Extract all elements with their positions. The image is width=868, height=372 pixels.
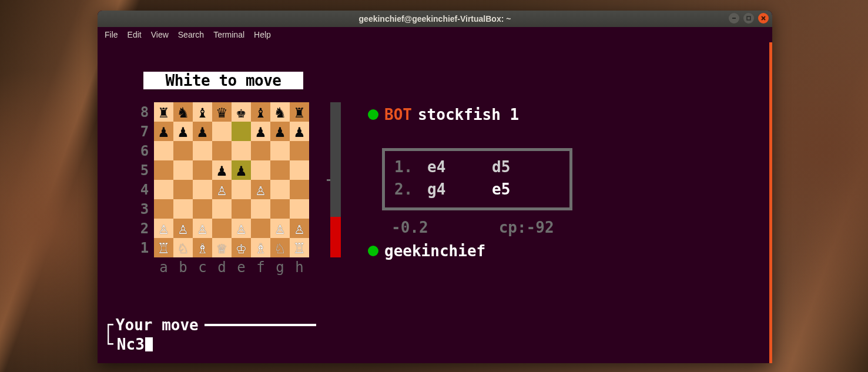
black-piece-icon: ♚ [236, 104, 246, 120]
move-row: 2. g4 e5 [394, 178, 560, 200]
close-button[interactable] [758, 13, 769, 24]
board-square [290, 199, 309, 219]
white-piece-icon: ♖ [294, 240, 304, 256]
move-input[interactable]: Nc3 [117, 336, 145, 353]
board-square: ♝ [251, 102, 270, 122]
white-piece-icon: ♗ [197, 240, 207, 256]
score-line: -0.2 cp:-92 [391, 219, 554, 236]
move-black: d5 [492, 158, 557, 176]
board-square [232, 199, 251, 219]
board-square [270, 160, 290, 180]
board-square [212, 122, 232, 141]
eval-score: -0.2 [391, 219, 428, 236]
black-piece-icon: ♛ [217, 104, 227, 120]
opponent-tag: BOT [384, 106, 412, 123]
terminal-window: geekinchief@geekinchief-VirtualBox: ~ Fi… [98, 11, 772, 363]
player-row: geekinchief [368, 242, 485, 260]
board-square [154, 199, 173, 219]
file-label: h [290, 259, 309, 276]
black-piece-icon: ♟ [294, 123, 304, 140]
prompt-label: Your move [116, 316, 199, 334]
board-square [270, 141, 290, 160]
menu-help[interactable]: Help [252, 29, 273, 41]
file-label: c [193, 259, 212, 276]
rank-label: 7 [136, 122, 153, 141]
board-square: ♙ [212, 180, 232, 199]
menu-terminal[interactable]: Terminal [211, 29, 247, 41]
board-square: ♙ [154, 219, 173, 238]
board-square: ♙ [232, 219, 251, 238]
file-label: d [212, 259, 232, 276]
board-square: ♟ [173, 122, 193, 141]
white-piece-icon: ♙ [275, 220, 285, 237]
board-square [193, 199, 212, 219]
menu-search[interactable]: Search [176, 29, 206, 41]
black-piece-icon: ♟ [217, 162, 227, 179]
board-square [193, 180, 212, 199]
rank-label: 5 [136, 160, 153, 180]
black-piece-icon: ♜ [159, 104, 169, 120]
white-piece-icon: ♖ [159, 240, 169, 256]
white-piece-icon: ♗ [256, 240, 266, 256]
rank-label: 2 [136, 219, 153, 238]
window-titlebar[interactable]: geekinchief@geekinchief-VirtualBox: ~ [98, 11, 772, 27]
black-piece-icon: ♞ [275, 104, 285, 120]
board-square: ♟ [154, 122, 173, 141]
board-square: ♟ [290, 122, 309, 141]
move-white: g4 [427, 180, 492, 198]
board-square: ♔ [232, 238, 251, 257]
prompt-divider [205, 324, 316, 326]
black-piece-icon: ♟ [197, 123, 207, 140]
menu-edit[interactable]: Edit [125, 29, 144, 41]
window-controls [729, 13, 769, 24]
close-icon [760, 15, 766, 21]
board-square: ♟ [193, 122, 212, 141]
black-piece-icon: ♟ [236, 162, 246, 179]
window-title: geekinchief@geekinchief-VirtualBox: ~ [98, 14, 772, 24]
black-piece-icon: ♜ [294, 104, 304, 120]
status-dot-icon [368, 246, 378, 256]
evaluation-bar-fill [330, 217, 341, 257]
board-square [154, 141, 173, 160]
desktop-background: geekinchief@geekinchief-VirtualBox: ~ Fi… [0, 0, 868, 372]
white-piece-icon: ♘ [178, 240, 188, 256]
text-cursor-icon [145, 337, 153, 351]
white-piece-icon: ♙ [178, 220, 188, 237]
maximize-button[interactable] [743, 13, 754, 24]
minimize-button[interactable] [729, 13, 739, 24]
board-square [232, 180, 251, 199]
board-square [193, 141, 212, 160]
rank-label: 8 [136, 102, 153, 122]
rank-labels: 87654321 [136, 102, 153, 257]
menu-file[interactable]: File [102, 29, 120, 41]
board-square [270, 199, 290, 219]
board-square [290, 141, 309, 160]
board-square: ♙ [270, 219, 290, 238]
board-square: ♗ [193, 238, 212, 257]
prompt-bracket-icon: ┌ [103, 315, 113, 334]
black-piece-icon: ♟ [275, 123, 285, 140]
terminal-body[interactable]: White to move 87654321 ♜♞♝♛♚♝♞♜♟♟♟♟♟♟♟♟♙… [98, 42, 772, 363]
board-square [251, 141, 270, 160]
board-square: ♖ [154, 238, 173, 257]
white-piece-icon: ♙ [256, 182, 266, 198]
board-square: ♘ [173, 238, 193, 257]
black-piece-icon: ♟ [256, 123, 266, 140]
board-square: ♕ [212, 238, 232, 257]
file-label: a [154, 259, 173, 276]
board-square [193, 160, 212, 180]
minimize-icon [731, 15, 737, 21]
chess-board: ♜♞♝♛♚♝♞♜♟♟♟♟♟♟♟♟♙♙♙♙♙♙♙♙♖♘♗♕♔♗♘♖ [154, 102, 309, 257]
board-square: ♝ [193, 102, 212, 122]
prompt-bracket-icon: └ [103, 334, 113, 354]
move-prompt: ┌ Your move └ Nc3 [103, 315, 316, 354]
rank-label: 3 [136, 199, 153, 219]
board-square [251, 160, 270, 180]
player-name: geekinchief [384, 242, 485, 260]
status-dot-icon [368, 109, 378, 120]
black-piece-icon: ♝ [197, 104, 207, 120]
black-piece-icon: ♞ [178, 104, 188, 120]
board-square [173, 199, 193, 219]
menu-view[interactable]: View [149, 29, 171, 41]
turn-status: White to move [143, 72, 303, 89]
